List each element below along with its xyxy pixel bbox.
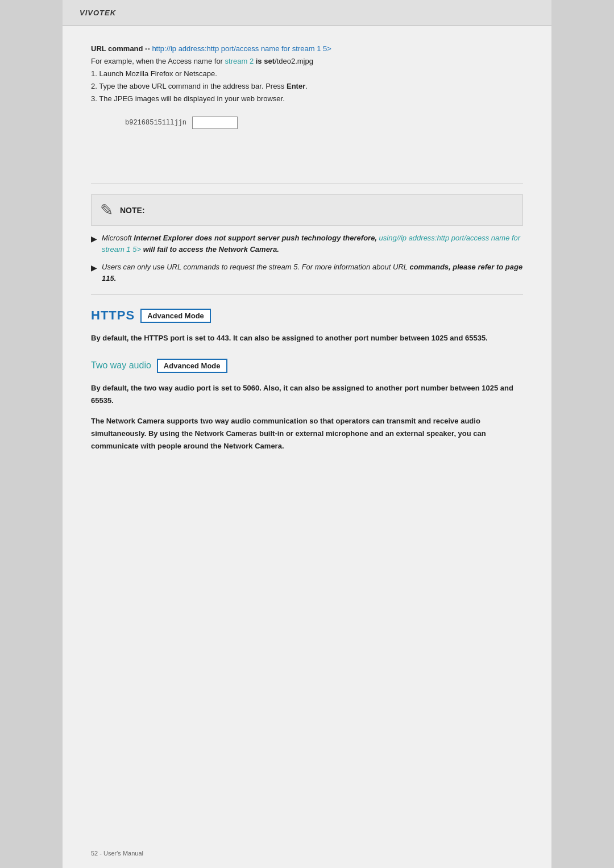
note-title: NOTE: xyxy=(120,206,145,215)
https-advanced-mode-button[interactable]: Advanced Mode xyxy=(140,309,211,323)
note-item-1-text: Microsoft Internet Explorer does not sup… xyxy=(102,232,523,255)
arrow-icon-1: ▶ xyxy=(91,233,97,255)
url-command-block: URL command -- http://ip address:http po… xyxy=(91,43,523,105)
step2-suffix: . xyxy=(305,82,308,90)
stream-value: /tdeo2.mjpg xyxy=(275,57,313,65)
note-item-2: ▶ Users can only use URL commands to req… xyxy=(91,261,523,284)
https-section-title: HTTPS Advanced Mode xyxy=(91,308,523,323)
url-label: URL command -- xyxy=(91,44,152,53)
step1: 1. Launch Mozilla Firefox or Netscape. xyxy=(91,68,523,80)
note-box: ✎ NOTE: xyxy=(91,194,523,226)
arrow-icon-2: ▶ xyxy=(91,262,97,284)
divider-1 xyxy=(91,184,523,184)
two-way-audio-desc2: The Network Camera supports two way audi… xyxy=(91,415,523,452)
two-way-audio-title: Two way audio xyxy=(91,360,151,371)
divider-2 xyxy=(91,294,523,294)
input-label-text: b921685151lljjn xyxy=(125,119,186,127)
https-description: By default, the HTTPS port is set to 443… xyxy=(91,332,523,344)
two-way-audio-section-title: Two way audio Advanced Mode xyxy=(91,359,523,373)
two-way-audio-desc1: By default, the two way audio port is se… xyxy=(91,382,523,407)
url-link[interactable]: http://ip address:http port/access name … xyxy=(152,44,331,53)
note-icon: ✎ xyxy=(100,201,113,219)
note1-bold: Internet Explorer does not support serve… xyxy=(134,234,379,242)
example-prefix: For example, when the Access name for xyxy=(91,57,225,65)
note1-suffix: will fail to access the Network Camera. xyxy=(141,245,279,254)
page-header: VIVOTEK xyxy=(63,0,551,26)
url-input-row: b921685151lljjn xyxy=(125,117,523,129)
note-item-2-text: Users can only use URL commands to reque… xyxy=(102,261,523,284)
stream-set-text: is set xyxy=(254,57,275,65)
stream2-link[interactable]: stream 2 xyxy=(225,57,254,65)
step3: 3. The JPEG images will be displayed in … xyxy=(91,93,523,105)
page-footer: 52 - User's Manual xyxy=(91,850,143,857)
note1-prefix: Microsoft xyxy=(102,234,134,242)
footer-text: 52 - User's Manual xyxy=(91,850,143,857)
url-text-input[interactable] xyxy=(192,117,238,129)
note-item-1: ▶ Microsoft Internet Explorer does not s… xyxy=(91,232,523,255)
vivotek-logo: VIVOTEK xyxy=(80,9,116,17)
step2-bold: Enter xyxy=(287,82,305,90)
note2-prefix: Users can only use URL commands to reque… xyxy=(102,263,409,271)
two-way-audio-advanced-mode-button[interactable]: Advanced Mode xyxy=(157,359,227,373)
step2-prefix: 2. Type the above URL command in the add… xyxy=(91,82,287,90)
https-title: HTTPS xyxy=(91,308,135,323)
note-items-list: ▶ Microsoft Internet Explorer does not s… xyxy=(91,232,523,284)
